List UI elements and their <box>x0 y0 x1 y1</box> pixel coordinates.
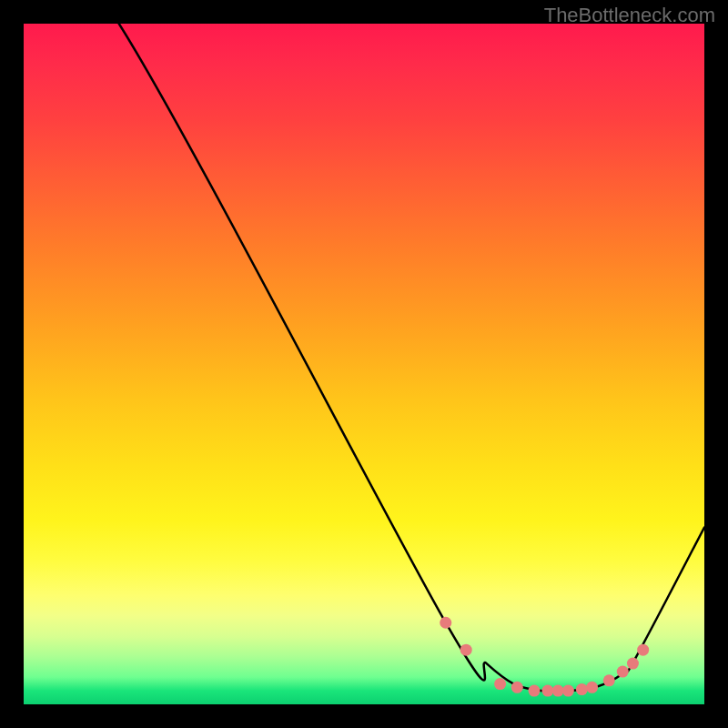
marker-dot <box>541 685 553 697</box>
marker-dot <box>617 666 629 678</box>
marker-dot <box>637 644 649 656</box>
marker-dot <box>529 685 541 697</box>
marker-dot <box>460 644 472 656</box>
watermark-text: TheBottleneck.com <box>544 4 715 27</box>
chart-svg <box>24 24 704 704</box>
marker-dot <box>576 683 588 695</box>
marker-dot <box>627 658 639 670</box>
marker-dot <box>562 685 574 697</box>
marker-dot <box>494 678 506 690</box>
marker-dot <box>440 617 451 629</box>
marker-dot <box>603 674 615 686</box>
marker-dot <box>552 685 564 697</box>
plot-area <box>24 24 704 704</box>
curve-markers <box>440 617 649 697</box>
curve-line <box>24 24 704 692</box>
marker-dot <box>586 682 598 693</box>
marker-dot <box>511 682 523 693</box>
